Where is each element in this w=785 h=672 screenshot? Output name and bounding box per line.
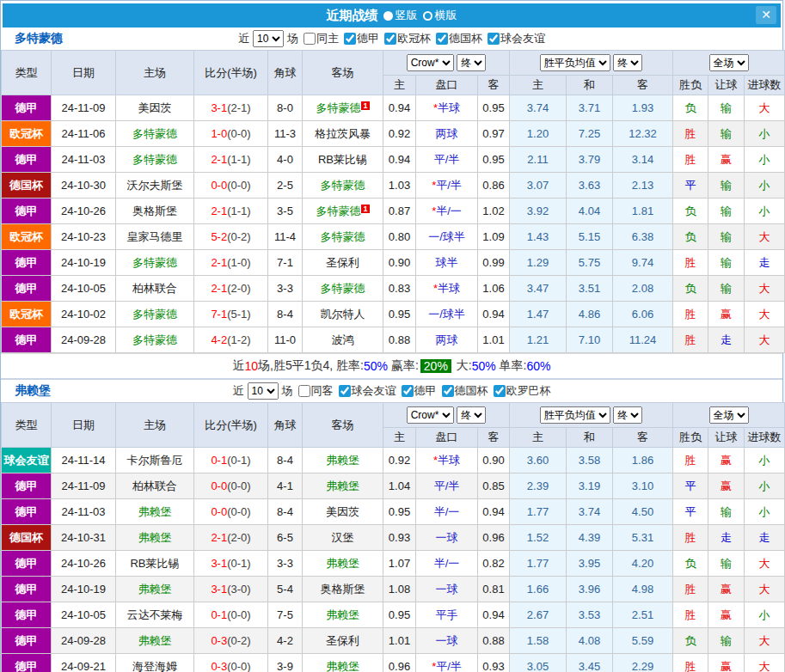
col-avg-draw: 和 — [567, 76, 613, 95]
summary-part: 场,胜5平1负4, 胜率: — [258, 358, 364, 374]
col-type: 类型 — [2, 51, 52, 95]
handicap: 平/半 — [434, 153, 460, 166]
home-team: RB莱比锡 — [130, 557, 179, 570]
match-date: 24-11-03 — [52, 499, 116, 525]
handicap: 平/半 — [436, 179, 462, 192]
avg-draw-odds: 3.96 — [567, 577, 613, 602]
odds-source-select[interactable]: Crow* — [407, 406, 454, 424]
league-checkbox-deguobei[interactable]: 德国杯 — [442, 383, 488, 399]
home-odds: 0.87 — [383, 199, 416, 224]
league-checkbox-ouluoba[interactable]: 欧罗巴杯 — [494, 383, 551, 399]
handicap-cell: *半/一 — [416, 199, 478, 224]
handicap: 一/球半 — [428, 230, 465, 243]
home-team: 海登海姆 — [132, 660, 177, 672]
corner-score: 4-1 — [268, 473, 303, 499]
handicap-result-flag: 输 — [708, 551, 745, 577]
close-icon[interactable]: ✕ — [756, 6, 776, 24]
table-row: 德国杯 24-10-31 弗赖堡 2-1(2-0) 6-5 汉堡 0.93 一球… — [2, 525, 785, 551]
result-flag: 胜 — [673, 602, 708, 628]
league-checkbox-qiuhui[interactable]: 球会友谊 — [488, 31, 545, 46]
handicap-cell: *平/半 — [416, 173, 478, 199]
avg-draw-odds: 5.15 — [567, 224, 613, 250]
handicap-result-flag: 输 — [708, 121, 745, 147]
fulltime-score: 0-3 — [211, 660, 227, 672]
score-cell: 1-0(0-0) — [194, 121, 268, 147]
col-result: 胜负 — [673, 76, 708, 95]
halftime-score: (0-2) — [227, 230, 250, 243]
vertical-layout-radio[interactable]: 竖版 — [383, 8, 418, 23]
odds-final-select[interactable]: 终 — [457, 406, 486, 424]
avg-source-select[interactable]: 胜平负均值 — [540, 54, 610, 71]
avg-draw-odds: 4.08 — [567, 628, 613, 654]
handicap-result-flag: 输 — [708, 173, 745, 199]
fulltime-score: 3-1 — [211, 101, 227, 114]
table-row: 德甲 24-09-28 弗赖堡 0-3(0-2) 4-2 圣保利 1.01 一球… — [2, 628, 785, 654]
avg-group-header: 胜平负均值 终 — [510, 403, 673, 428]
handicap: 半球 — [438, 454, 460, 467]
match-date: 24-10-26 — [52, 551, 116, 577]
goals-flag: 小 — [745, 602, 785, 628]
match-date: 24-11-14 — [52, 448, 116, 473]
scope-group-header: 全场 — [673, 403, 785, 428]
away-odds: 0.96 — [478, 525, 510, 551]
avg-draw-odds: 4.04 — [567, 199, 613, 224]
avg-home-odds: 3.07 — [510, 173, 567, 199]
results-table: 类型 日期 主场 比分(半场) 角球 客场 Crow* 终 胜平负均值 终 — [1, 50, 785, 353]
league-checkbox-ouguan[interactable]: 欧冠杯 — [384, 31, 431, 46]
league-checkbox-dejia[interactable]: 德甲 — [344, 31, 379, 46]
result-flag: 负 — [673, 224, 708, 250]
fulltime-score: 2-1 — [211, 153, 227, 166]
avg-draw-odds: 3.63 — [567, 173, 613, 199]
same-venue-checkbox[interactable]: 同主 — [304, 31, 339, 46]
summary-part: 10 — [245, 359, 259, 373]
recent-count-select[interactable]: 10 — [248, 382, 279, 400]
horizontal-layout-radio[interactable]: 横版 — [423, 8, 457, 23]
same-venue-checkbox[interactable]: 同客 — [298, 383, 334, 399]
home-odds: 0.80 — [383, 224, 416, 250]
odds-source-select[interactable]: Crow* — [407, 54, 454, 71]
league-checkbox-dejia[interactable]: 德甲 — [402, 383, 437, 399]
corner-score: 4-0 — [268, 147, 303, 173]
scope-select[interactable]: 全场 — [709, 54, 749, 71]
handicap-cell: 一/球半 — [416, 224, 478, 250]
avg-away-odds: 2.29 — [613, 654, 673, 672]
table-row: 德甲 24-11-09 柏林联合 0-0(0-0) 4-1 弗赖堡 1.04 平… — [2, 473, 785, 499]
handicap-result-flag: 输 — [708, 199, 745, 224]
match-date: 24-10-23 — [52, 224, 116, 250]
league-checkbox-qiuhui[interactable]: 球会友谊 — [339, 383, 396, 399]
team-name: 多特蒙德 — [15, 31, 63, 46]
away-odds: 0.86 — [478, 173, 510, 199]
goals-flag: 大 — [745, 224, 785, 250]
score-cell: 0-3(0-0) — [194, 654, 268, 672]
col-odds-away: 客 — [478, 428, 510, 448]
away-team-cell: 圣保利 — [303, 250, 383, 276]
recent-count-select[interactable]: 10 — [253, 30, 284, 47]
odds-final-select[interactable]: 终 — [457, 54, 486, 71]
table-row: 德甲 24-10-19 弗赖堡 3-1(3-0) 5-4 奥格斯堡 1.08 一… — [2, 577, 785, 602]
avg-away-odds: 4.50 — [613, 499, 673, 525]
away-team: 圣保利 — [326, 634, 359, 647]
league-badge: 欧冠杯 — [2, 224, 52, 250]
handicap-cell: 两球 — [416, 121, 478, 147]
halftime-score: (2-1) — [227, 101, 250, 114]
scope-select[interactable]: 全场 — [709, 406, 749, 424]
recent-results-dialog: 近期战绩 竖版 横版 ✕ 多特蒙德 近 10 场 同主 德甲 欧冠杯 德国杯 球… — [0, 0, 783, 672]
corner-score: 3-9 — [268, 654, 303, 672]
avg-source-select[interactable]: 胜平负均值 — [540, 406, 610, 424]
col-away: 客场 — [303, 51, 383, 95]
halftime-score: (0-0) — [227, 660, 250, 672]
avg-final-select[interactable]: 终 — [613, 406, 642, 424]
handicap-cell: 一球 — [416, 628, 478, 654]
avg-final-select[interactable]: 终 — [613, 54, 642, 71]
away-odds: 0.82 — [478, 551, 510, 577]
league-checkbox-deguobei[interactable]: 德国杯 — [436, 31, 482, 46]
away-team: 弗赖堡 — [326, 480, 359, 492]
handicap-result-flag: 赢 — [708, 577, 745, 602]
halftime-score: (1-1) — [227, 153, 250, 166]
halftime-score: (0-0) — [227, 127, 250, 140]
handicap: 球半 — [436, 256, 458, 269]
red-card-badge: 1 — [361, 101, 369, 110]
fulltime-score: 0-0 — [211, 179, 227, 192]
same-venue-checkbox-input[interactable] — [304, 33, 316, 45]
same-venue-checkbox-input[interactable] — [298, 385, 310, 397]
